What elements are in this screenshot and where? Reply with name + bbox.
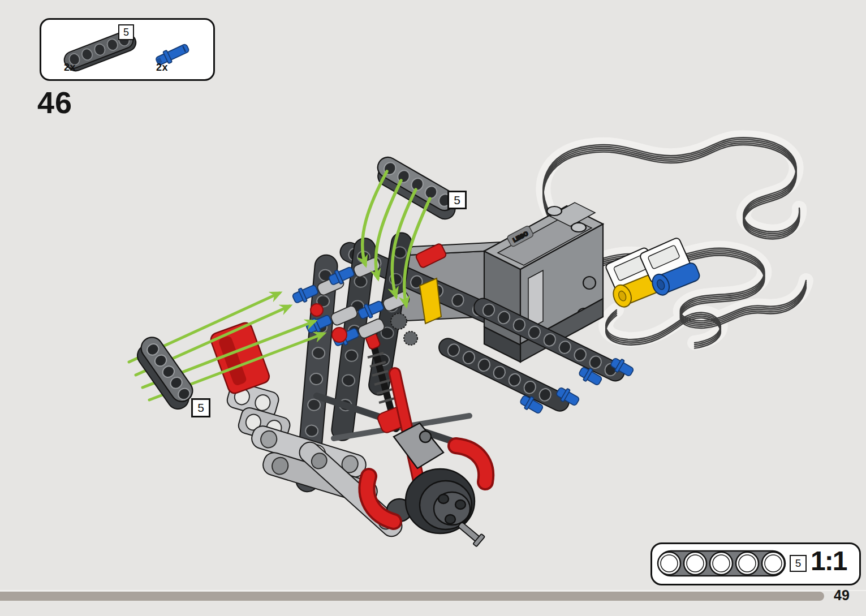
instruction-page: LEGO xyxy=(0,0,866,616)
size-badge-left-beam: 5 xyxy=(191,398,210,417)
build-progress-bar xyxy=(0,592,824,601)
part-quantity-beam: 2x xyxy=(64,62,76,74)
step-number: 46 xyxy=(37,85,72,120)
size-badge-top-beam: 5 xyxy=(447,191,467,209)
page-number: 49 xyxy=(834,587,850,604)
footer-divider xyxy=(0,590,866,591)
scale-label: 1:1 xyxy=(811,545,846,576)
part-quantity-pin: 2x xyxy=(156,62,168,74)
size-badge-parts-box: 5 xyxy=(118,24,134,40)
size-badge-scale-box: 5 xyxy=(790,555,807,572)
assembly-illustration: LEGO xyxy=(0,0,866,616)
